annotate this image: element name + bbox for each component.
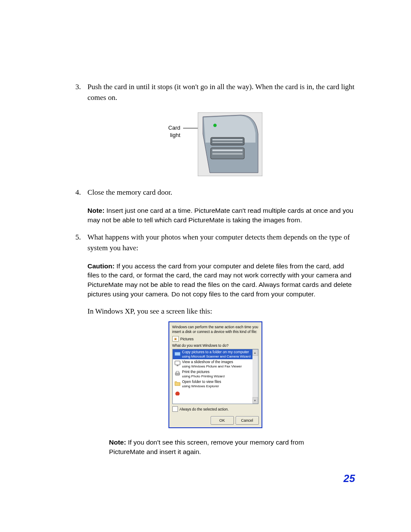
list-item-title: Open folder to view files	[182, 380, 221, 384]
printer-figure: Card light	[75, 112, 355, 176]
scrollbar[interactable]: ▴ ▾	[252, 349, 258, 404]
note-text: Insert just one card at a time. PictureM…	[87, 207, 353, 224]
step-4: 4. Close the memory card door.	[75, 187, 355, 198]
figure-label-line2: light	[168, 132, 180, 139]
list-item[interactable]: Print the picturesusing Photo Printing W…	[173, 369, 252, 379]
scroll-down-button[interactable]: ▾	[252, 397, 258, 404]
step-list: 3. Push the card in until it stops (it w…	[75, 82, 355, 457]
step-number: 5.	[75, 232, 81, 243]
checkbox[interactable]	[172, 406, 178, 412]
generic-icon	[174, 390, 181, 397]
action-listbox[interactable]: Copy pictures to a folder on my computer…	[172, 349, 258, 404]
printer-icon	[174, 370, 181, 377]
svg-rect-3	[212, 142, 243, 143]
note-block-2: Note: If you don't see this screen, remo…	[109, 438, 333, 456]
ok-button[interactable]: OK	[211, 416, 234, 425]
list-item-title: Print the pictures	[182, 370, 225, 374]
page-number: 25	[343, 473, 355, 485]
svg-rect-5	[212, 149, 243, 151]
list-item-subtitle: using Windows Picture and Fax Viewer	[182, 364, 242, 368]
folder-icon	[174, 380, 181, 387]
note-label: Note:	[87, 207, 105, 214]
list-item[interactable]: View a slideshow of the imagesusing Wind…	[173, 359, 252, 369]
dialog-filetype-row: ▣ Pictures	[172, 336, 258, 342]
dialog-button-row: OK Cancel	[169, 415, 262, 427]
svg-point-14	[175, 392, 180, 395]
step-text: Push the card in until it stops (it won'…	[87, 83, 355, 102]
step-5: 5. What happens with your photos when yo…	[75, 232, 355, 253]
dialog-prompt: What do you want Windows to do?	[172, 343, 258, 348]
svg-rect-10	[175, 361, 180, 365]
dialog-figure: Windows can perform the same action each…	[75, 321, 355, 428]
note-text: If you don't see this screen, remove you…	[109, 439, 304, 455]
camera-wizard-icon	[174, 350, 181, 357]
dialog-filetype-label: Pictures	[181, 337, 194, 341]
leader-line	[183, 128, 199, 128]
svg-rect-9	[175, 352, 180, 355]
list-item-partial[interactable]	[173, 389, 252, 398]
caution-text: If you access the card from your compute…	[87, 262, 352, 298]
monitor-icon	[174, 360, 181, 367]
step-text: What happens with your photos when your …	[87, 233, 350, 252]
cancel-button[interactable]: Cancel	[236, 416, 259, 425]
caution-block: Caution: If you access the card from you…	[87, 261, 355, 299]
pictures-icon: ▣	[172, 336, 179, 342]
scroll-up-button[interactable]: ▴	[252, 349, 258, 356]
list-item-subtitle: using Microsoft Scanner and Camera Wizar…	[182, 355, 251, 358]
svg-rect-1	[211, 137, 244, 145]
step-number: 3.	[75, 82, 81, 93]
dialog-intro: Windows can perform the same action each…	[172, 325, 258, 334]
list-item[interactable]: Open folder to view filesusing Windows E…	[173, 379, 252, 389]
svg-point-7	[213, 124, 216, 127]
autoplay-dialog: Windows can perform the same action each…	[168, 321, 262, 428]
svg-rect-2	[212, 139, 243, 140]
list-item-title: View a slideshow of the images	[182, 360, 242, 364]
step-text: Close the memory card door.	[87, 188, 172, 196]
svg-rect-6	[212, 153, 243, 155]
always-checkbox-row[interactable]: Always do the selected action.	[172, 406, 258, 412]
note-label: Note:	[109, 439, 126, 446]
step-3: 3. Push the card in until it stops (it w…	[75, 82, 355, 103]
figure-label: Card light	[168, 124, 180, 139]
svg-rect-11	[177, 365, 178, 366]
printer-illustration	[198, 112, 262, 176]
list-item-subtitle: using Windows Explorer	[182, 384, 221, 388]
list-item[interactable]: Copy pictures to a folder on my computer…	[173, 349, 252, 359]
caution-label: Caution:	[87, 262, 115, 270]
svg-rect-13	[176, 371, 179, 373]
list-item-subtitle: using Photo Printing Wizard	[182, 374, 225, 378]
scroll-track[interactable]	[252, 356, 258, 397]
figure-label-line1: Card	[168, 124, 180, 131]
step-number: 4.	[75, 187, 81, 198]
always-label: Always do the selected action.	[180, 407, 229, 411]
note-block-1: Note: Insert just one card at a time. Pi…	[87, 206, 355, 224]
document-page: 3. Push the card in until it stops (it w…	[0, 0, 411, 532]
list-item-title: Copy pictures to a folder on my computer	[182, 350, 251, 355]
xp-intro-text: In Windows XP, you see a screen like thi…	[87, 306, 355, 317]
